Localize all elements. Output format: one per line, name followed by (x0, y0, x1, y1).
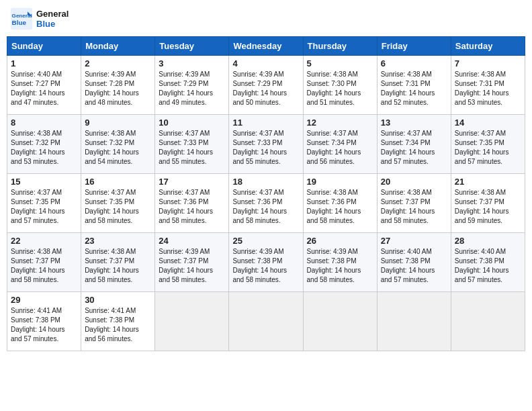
weekday-header-tuesday: Tuesday (155, 37, 229, 56)
calendar-week-row: 22 Sunrise: 4:38 AM Sunset: 7:37 PM Dayl… (7, 233, 525, 292)
cell-sunset: Sunset: 7:37 PM (11, 257, 60, 265)
cell-sunrise: Sunrise: 4:38 AM (85, 130, 136, 137)
logo: General Blue General Blue (9, 7, 69, 31)
calendar-cell: 21 Sunrise: 4:38 AM Sunset: 7:37 PM Dayl… (451, 174, 525, 233)
cell-sunrise: Sunrise: 4:37 AM (159, 130, 210, 137)
day-number: 9 (85, 118, 151, 128)
cell-daylight: Daylight: 14 hours and 47 minutes. (11, 89, 65, 106)
cell-daylight: Daylight: 14 hours and 52 minutes. (381, 89, 435, 106)
day-number: 23 (85, 236, 151, 246)
calendar-cell: 10 Sunrise: 4:37 AM Sunset: 7:33 PM Dayl… (155, 115, 229, 174)
day-number: 11 (232, 118, 299, 128)
cell-sunset: Sunset: 7:36 PM (159, 198, 208, 205)
day-number: 4 (232, 58, 299, 68)
cell-sunrise: Sunrise: 4:38 AM (307, 71, 358, 78)
logo-icon: General Blue (9, 7, 34, 31)
cell-daylight: Daylight: 14 hours and 58 minutes. (159, 208, 213, 224)
cell-sunset: Sunset: 7:37 PM (381, 198, 431, 205)
cell-sunset: Sunset: 7:33 PM (232, 139, 282, 146)
cell-daylight: Daylight: 14 hours and 57 minutes. (455, 148, 509, 165)
calendar-cell: 9 Sunrise: 4:38 AM Sunset: 7:32 PM Dayli… (81, 115, 155, 174)
day-number: 17 (159, 177, 225, 187)
cell-daylight: Daylight: 14 hours and 53 minutes. (11, 148, 65, 165)
cell-daylight: Daylight: 14 hours and 55 minutes. (232, 148, 287, 165)
calendar-week-row: 1 Sunrise: 4:40 AM Sunset: 7:27 PM Dayli… (7, 56, 525, 115)
cell-sunrise: Sunrise: 4:39 AM (159, 248, 210, 255)
calendar-cell: 15 Sunrise: 4:37 AM Sunset: 7:35 PM Dayl… (7, 174, 81, 233)
calendar-cell: 13 Sunrise: 4:37 AM Sunset: 7:34 PM Dayl… (377, 115, 451, 174)
cell-sunrise: Sunrise: 4:40 AM (11, 71, 62, 78)
cell-sunset: Sunset: 7:34 PM (307, 139, 357, 146)
calendar-cell: 1 Sunrise: 4:40 AM Sunset: 7:27 PM Dayli… (7, 56, 81, 115)
calendar-cell: 24 Sunrise: 4:39 AM Sunset: 7:37 PM Dayl… (155, 233, 229, 292)
cell-sunset: Sunset: 7:38 PM (232, 257, 282, 265)
day-number: 26 (307, 236, 373, 246)
cell-daylight: Daylight: 14 hours and 57 minutes. (455, 267, 509, 283)
calendar-cell: 22 Sunrise: 4:38 AM Sunset: 7:37 PM Dayl… (7, 233, 81, 292)
cell-daylight: Daylight: 14 hours and 48 minutes. (85, 89, 139, 106)
cell-sunrise: Sunrise: 4:38 AM (85, 248, 136, 255)
cell-sunset: Sunset: 7:29 PM (232, 80, 282, 87)
cell-sunrise: Sunrise: 4:37 AM (307, 130, 358, 137)
cell-sunset: Sunset: 7:38 PM (85, 316, 134, 324)
day-number: 22 (11, 236, 77, 246)
calendar-cell: 17 Sunrise: 4:37 AM Sunset: 7:36 PM Dayl… (155, 174, 229, 233)
cell-sunrise: Sunrise: 4:37 AM (381, 130, 432, 137)
calendar-cell: 26 Sunrise: 4:39 AM Sunset: 7:38 PM Dayl… (303, 233, 377, 292)
cell-daylight: Daylight: 14 hours and 59 minutes. (455, 208, 509, 224)
day-number: 15 (11, 177, 77, 187)
cell-sunrise: Sunrise: 4:37 AM (159, 189, 210, 196)
cell-sunset: Sunset: 7:31 PM (381, 80, 431, 87)
cell-sunrise: Sunrise: 4:37 AM (455, 130, 506, 137)
calendar-cell: 2 Sunrise: 4:39 AM Sunset: 7:28 PM Dayli… (81, 56, 155, 115)
calendar-cell: 14 Sunrise: 4:37 AM Sunset: 7:35 PM Dayl… (451, 115, 525, 174)
cell-daylight: Daylight: 14 hours and 58 minutes. (381, 208, 435, 224)
calendar-cell: 8 Sunrise: 4:38 AM Sunset: 7:32 PM Dayli… (7, 115, 81, 174)
calendar-cell: 30 Sunrise: 4:41 AM Sunset: 7:38 PM Dayl… (81, 292, 155, 351)
cell-sunset: Sunset: 7:31 PM (455, 80, 504, 87)
cell-daylight: Daylight: 14 hours and 58 minutes. (232, 267, 287, 283)
cell-daylight: Daylight: 14 hours and 58 minutes. (232, 208, 287, 224)
calendar-cell: 25 Sunrise: 4:39 AM Sunset: 7:38 PM Dayl… (229, 233, 303, 292)
cell-daylight: Daylight: 14 hours and 53 minutes. (455, 89, 509, 106)
calendar-cell: 19 Sunrise: 4:38 AM Sunset: 7:36 PM Dayl… (303, 174, 377, 233)
cell-sunrise: Sunrise: 4:41 AM (85, 307, 136, 314)
cell-sunset: Sunset: 7:38 PM (455, 257, 504, 265)
cell-daylight: Daylight: 14 hours and 57 minutes. (11, 208, 65, 224)
day-number: 21 (455, 177, 521, 187)
day-number: 8 (11, 118, 77, 128)
calendar-cell: 16 Sunrise: 4:37 AM Sunset: 7:35 PM Dayl… (81, 174, 155, 233)
cell-daylight: Daylight: 14 hours and 50 minutes. (232, 89, 287, 106)
cell-sunrise: Sunrise: 4:38 AM (11, 248, 62, 255)
day-number: 28 (455, 236, 521, 246)
cell-daylight: Daylight: 14 hours and 56 minutes. (307, 148, 361, 165)
day-number: 25 (232, 236, 299, 246)
cell-sunset: Sunset: 7:28 PM (85, 80, 134, 87)
cell-daylight: Daylight: 14 hours and 57 minutes. (381, 148, 435, 165)
calendar-cell: 4 Sunrise: 4:39 AM Sunset: 7:29 PM Dayli… (229, 56, 303, 115)
weekday-header-sunday: Sunday (7, 37, 81, 56)
day-number: 29 (11, 295, 77, 305)
day-number: 2 (85, 58, 151, 68)
cell-sunrise: Sunrise: 4:41 AM (11, 307, 62, 314)
day-number: 13 (381, 118, 447, 128)
cell-sunset: Sunset: 7:35 PM (85, 198, 134, 205)
cell-sunrise: Sunrise: 4:39 AM (159, 71, 210, 78)
cell-sunrise: Sunrise: 4:37 AM (85, 189, 136, 196)
day-number: 16 (85, 177, 151, 187)
logo-blue-text: Blue (36, 19, 69, 29)
cell-sunrise: Sunrise: 4:38 AM (455, 71, 506, 78)
cell-daylight: Daylight: 14 hours and 58 minutes. (159, 267, 213, 283)
day-number: 27 (381, 236, 447, 246)
page-header: General Blue General Blue (7, 7, 525, 31)
calendar-cell: 5 Sunrise: 4:38 AM Sunset: 7:30 PM Dayli… (303, 56, 377, 115)
weekday-header-friday: Friday (377, 37, 451, 56)
cell-sunrise: Sunrise: 4:40 AM (381, 248, 432, 255)
day-number: 30 (85, 295, 151, 305)
day-number: 6 (381, 58, 447, 68)
cell-sunrise: Sunrise: 4:38 AM (307, 189, 358, 196)
cell-sunset: Sunset: 7:34 PM (381, 139, 431, 146)
calendar-cell: 28 Sunrise: 4:40 AM Sunset: 7:38 PM Dayl… (451, 233, 525, 292)
calendar-cell (451, 292, 525, 351)
calendar-cell (377, 292, 451, 351)
